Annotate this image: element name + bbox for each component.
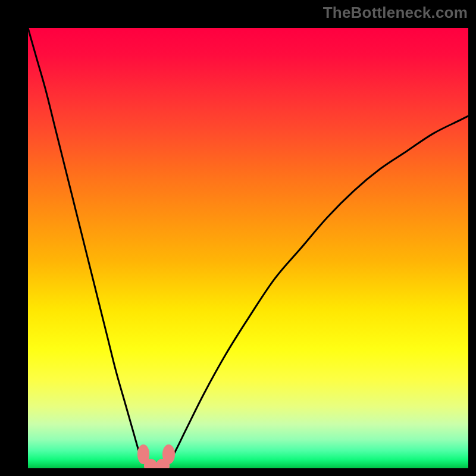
- watermark-text: TheBottleneck.com: [323, 4, 468, 22]
- curve-layer: [28, 28, 468, 468]
- chart-frame: TheBottleneck.com: [0, 0, 476, 476]
- curve-right-branch: [164, 116, 468, 468]
- marker-trough-right-upper: [162, 444, 175, 464]
- curve-left-branch: [28, 28, 151, 468]
- marker-trough-left-lower: [144, 459, 157, 468]
- plot-area: [28, 28, 468, 468]
